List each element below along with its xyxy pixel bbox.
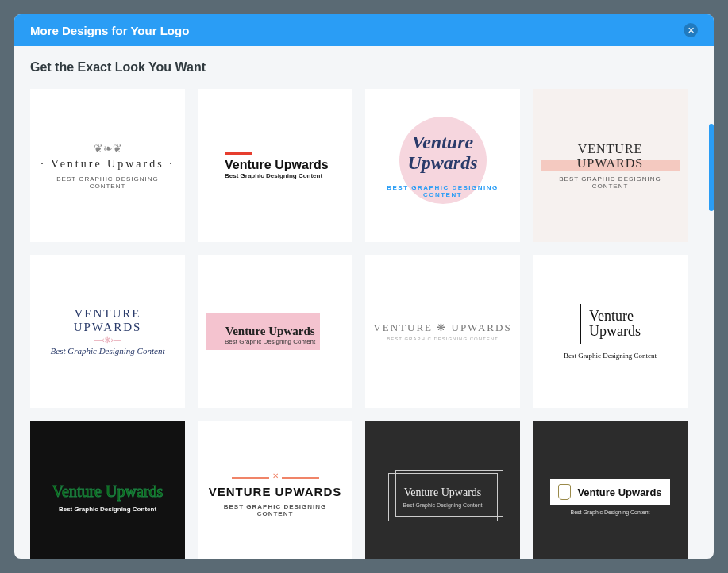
logo-name: Venture Upwards bbox=[52, 483, 163, 501]
logo-tagline: Best Graphic Designing Content bbox=[225, 172, 322, 179]
logo-name: VENTURE ❋ UPWARDS bbox=[373, 321, 511, 334]
design-grid: ❦❧❦ · Venture Upwards · Best Graphic Des… bbox=[30, 89, 698, 559]
logo-tagline: Best Graphic Designing Content bbox=[206, 503, 345, 517]
pink-block: Venture Upwards Best Graphic Designing C… bbox=[206, 313, 320, 350]
design-card-11[interactable]: Venture Upwards Best Graphic Designing C… bbox=[365, 421, 520, 559]
logo-name: · Venture Upwards · bbox=[40, 158, 174, 171]
logo-name: VENTURE UPWARDS bbox=[209, 485, 342, 498]
logo-tagline: Best Graphic Designing Content bbox=[564, 352, 657, 360]
modal-body: Get the Exact Look You Want ❦❧❦ · Ventur… bbox=[14, 46, 714, 559]
double-frame: Venture Upwards Best Graphic Designing C… bbox=[388, 473, 498, 521]
logo-tagline: Best Graphic Designing Content bbox=[51, 346, 165, 356]
logo-tagline: Best Graphic Designing Content bbox=[59, 506, 156, 513]
logo-name: VENTURE UPWARDS bbox=[38, 307, 177, 334]
design-card-12[interactable]: Venture Upwards Best Graphic Designing C… bbox=[533, 421, 688, 559]
logo-name: Venture Upwards bbox=[577, 486, 661, 498]
white-band: Venture Upwards bbox=[550, 479, 669, 505]
logo-designs-modal: More Designs for Your Logo ✕ Get the Exa… bbox=[14, 14, 714, 559]
logo-name: Venture Upwards bbox=[225, 158, 329, 172]
scrollbar-thumb[interactable] bbox=[709, 124, 714, 211]
logo-name: VENTURE UPWARDS bbox=[541, 142, 680, 171]
design-card-8[interactable]: VentureUpwards Best Graphic Designing Co… bbox=[533, 255, 688, 408]
logo-name: VentureUpwards bbox=[407, 133, 477, 172]
design-card-1[interactable]: ❦❧❦ · Venture Upwards · Best Graphic Des… bbox=[30, 89, 185, 242]
design-card-2[interactable]: Venture Upwards Best Graphic Designing C… bbox=[198, 89, 352, 242]
logo-tagline: Best Graphic Designing Content bbox=[38, 175, 177, 190]
vertical-line bbox=[580, 304, 581, 344]
shield-icon bbox=[558, 484, 571, 500]
design-card-6[interactable]: Venture Upwards Best Graphic Designing C… bbox=[198, 255, 352, 408]
design-card-4[interactable]: VENTURE UPWARDS Best Graphic Designing C… bbox=[533, 89, 688, 242]
modal-header: More Designs for Your Logo ✕ bbox=[14, 14, 714, 46]
design-card-9[interactable]: Venture Upwards Best Graphic Designing C… bbox=[30, 421, 185, 559]
logo-tagline: BEST GRAPHIC DESIGNING CONTENT bbox=[387, 336, 499, 341]
design-card-10[interactable]: VENTURE UPWARDS Best Graphic Designing C… bbox=[198, 421, 352, 559]
flourish-icon: ❦❧❦ bbox=[94, 142, 122, 155]
leaf-divider-icon: ―‹❋›― bbox=[94, 336, 121, 344]
logo-lockup: VentureUpwards bbox=[580, 304, 641, 344]
logo-tagline: Best Graphic Designing Content bbox=[541, 175, 680, 190]
close-button[interactable]: ✕ bbox=[684, 23, 698, 37]
close-icon: ✕ bbox=[688, 26, 695, 35]
logo-name: VentureUpwards bbox=[589, 309, 641, 339]
logo-tagline: Best Graphic Designing Content bbox=[571, 510, 650, 515]
logo-name: Venture Upwards bbox=[225, 325, 315, 338]
accent-bar bbox=[225, 152, 252, 155]
design-card-5[interactable]: VENTURE UPWARDS ―‹❋›― Best Graphic Desig… bbox=[30, 255, 185, 408]
logo-tagline: Best Graphic Designing Content bbox=[403, 502, 483, 508]
logo-tagline: Best Graphic Designing Content bbox=[225, 338, 315, 345]
logo-name: Venture Upwards bbox=[403, 486, 483, 499]
modal-subtitle: Get the Exact Look You Want bbox=[30, 60, 698, 75]
modal-title: More Designs for Your Logo bbox=[30, 24, 189, 37]
logo-tagline: BEST GRAPHIC DESIGNING CONTENT bbox=[373, 184, 512, 198]
design-card-3[interactable]: VentureUpwards BEST GRAPHIC DESIGNING CO… bbox=[365, 89, 520, 242]
design-card-7[interactable]: VENTURE ❋ UPWARDS BEST GRAPHIC DESIGNING… bbox=[365, 255, 520, 408]
x-divider-icon bbox=[232, 477, 319, 479]
